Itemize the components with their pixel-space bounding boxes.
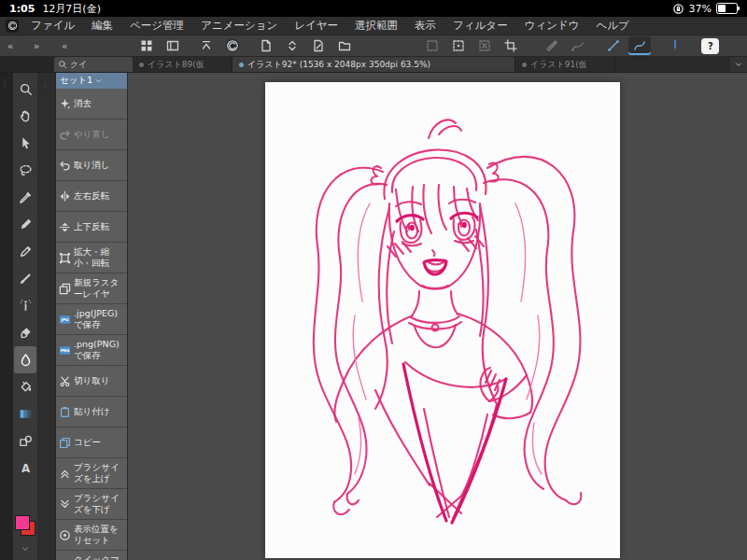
battery-percent: 37% — [689, 3, 712, 15]
menu-item-8[interactable]: ウィンドウ — [516, 19, 588, 33]
open-folder-button[interactable] — [333, 36, 356, 55]
workspace-switch-button[interactable] — [135, 36, 158, 55]
toolbar: « » « ? — [0, 35, 747, 57]
qa-command-save-as-png[interactable]: PNG.png(PNG)で保存 — [56, 335, 127, 366]
tool-fill[interactable] — [14, 373, 36, 400]
orientation-lock-icon — [672, 3, 684, 15]
qa-command-paste[interactable]: 貼り付け — [56, 397, 127, 427]
scroll-to-top-button[interactable] — [195, 36, 218, 55]
palette-dock-strip[interactable] — [0, 73, 13, 560]
tool-gradient[interactable] — [14, 400, 36, 427]
qa-command-flip-vertical[interactable]: 上下反転 — [56, 212, 127, 243]
help-button[interactable]: ? — [701, 38, 719, 54]
deselect-button[interactable] — [473, 36, 496, 55]
qa-command-brush-size-up[interactable]: ブラシサイズを上げ — [56, 458, 127, 489]
edit-page-button[interactable] — [307, 36, 330, 55]
select-move-button[interactable] — [447, 36, 470, 55]
ipad-status-bar: 1:05 12月7日(金) 37% — [0, 0, 747, 17]
select-area-button[interactable] — [421, 36, 444, 55]
gradient-icon — [19, 407, 33, 421]
menu-item-4[interactable]: レイヤー — [286, 19, 346, 33]
tab-label: イラスト92* (1536 x 2048px 350dpi 63.5%) — [247, 59, 430, 71]
tool-lasso[interactable] — [14, 157, 36, 184]
snap-to-special-ruler-button[interactable] — [567, 36, 589, 55]
curve-line-button[interactable] — [628, 36, 651, 55]
new-file-button[interactable] — [255, 36, 277, 55]
reorder-pages-button[interactable] — [281, 36, 303, 55]
show-palettes-button[interactable] — [162, 36, 184, 55]
tool-text[interactable]: A — [14, 455, 36, 482]
tab-list-dropdown[interactable] — [730, 57, 747, 72]
qa-command-new-raster-layer[interactable]: 新規ラスターレイヤ — [56, 273, 127, 304]
qa-command-save-as-jpg[interactable]: JPG.jpg(JPEG)で保存 — [56, 304, 127, 335]
qa-command-label: 貼り付け — [74, 406, 125, 417]
tool-hand[interactable] — [14, 103, 36, 130]
qa-command-copy[interactable]: コピー — [56, 427, 127, 458]
document-tab-1[interactable]: イラスト92* (1536 x 2048px 350dpi 63.5%) — [233, 57, 515, 72]
qa-command-brush-size-down[interactable]: ブラシサイズを下げ — [56, 489, 127, 520]
qa-command-label: ブラシサイズを下げ — [74, 493, 125, 514]
pen-pressure-button[interactable] — [664, 36, 686, 55]
expand-panel-button[interactable]: » — [26, 40, 47, 52]
qa-command-label: コピー — [74, 437, 125, 448]
color-swatches[interactable] — [15, 515, 35, 536]
menu-item-9[interactable]: ヘルプ — [588, 19, 638, 33]
qa-command-scale-rotate[interactable]: 拡大・縮小・回転 — [56, 243, 127, 273]
qa-command-flip-horizontal[interactable]: 左右反転 — [56, 181, 127, 212]
tool-brush[interactable] — [14, 265, 36, 292]
menu-item-2[interactable]: ページ管理 — [121, 19, 192, 33]
tool-pencil[interactable] — [14, 238, 36, 265]
menu-bar: ファイル編集ページ管理アニメーションレイヤー選択範囲表示フィルターウィンドウヘル… — [0, 17, 747, 35]
menu-item-1[interactable]: 編集 — [83, 19, 121, 33]
tool-pen[interactable] — [14, 211, 36, 238]
qa-command-quick-mask[interactable]: クイックマスクの実行 — [56, 551, 127, 560]
sparkle-icon — [59, 98, 71, 110]
brush-icon — [19, 272, 33, 286]
menu-item-3[interactable]: アニメーション — [192, 19, 286, 33]
snap-to-ruler-button[interactable] — [541, 36, 563, 55]
chevUp-icon — [200, 39, 213, 52]
redo-icon — [59, 129, 71, 141]
canvas-viewport[interactable] — [128, 73, 747, 560]
quick-access-set-selector[interactable]: セット1 — [56, 73, 127, 89]
tool-palette: A — [13, 73, 38, 560]
qa-command-erase[interactable]: 消去 — [56, 89, 127, 119]
quick-access-palette: セット1 消去やり直し取り消し左右反転上下反転拡大・縮小・回転新規ラスターレイヤ… — [56, 73, 128, 560]
tool-blend[interactable] — [14, 346, 36, 373]
marqueeDots-icon — [452, 39, 465, 52]
document-tab-0[interactable]: イラスト89(仮 — [133, 57, 233, 72]
canvas-paper[interactable] — [265, 82, 620, 558]
qa-command-reset-view-position[interactable]: 表示位置をリセット — [56, 520, 127, 551]
tool-figure[interactable] — [14, 427, 36, 455]
collapse-dock-button[interactable]: « — [0, 40, 21, 52]
document-tab-2[interactable]: イラスト91(仮 — [515, 57, 615, 72]
tab-indicator — [239, 63, 244, 67]
quick-access-panel-tab[interactable]: クイ — [54, 57, 133, 72]
zoom-icon — [19, 82, 33, 96]
menu-item-5[interactable]: 選択範囲 — [346, 19, 406, 33]
straight-line-button[interactable] — [602, 36, 625, 55]
menu-item-7[interactable]: フィルター — [444, 19, 516, 33]
menu-item-0[interactable]: ファイル — [22, 19, 83, 33]
app-logo-icon[interactable] — [6, 20, 19, 33]
tool-object[interactable] — [14, 130, 36, 157]
tool-eraser[interactable] — [14, 319, 36, 346]
crop-button[interactable] — [500, 36, 522, 55]
menu-item-6[interactable]: 表示 — [406, 19, 444, 33]
qa-command-undo[interactable]: 取り消し — [56, 150, 127, 181]
tool-airbrush[interactable] — [14, 292, 36, 319]
foreground-color-swatch[interactable] — [15, 515, 30, 530]
tab-indicator — [139, 63, 144, 67]
collapse-quick-access-button[interactable]: « — [54, 40, 75, 52]
main-area: A セット1 消去やり直し取り消し左右反転上下反転拡大・縮小・回転新規ラスターレ… — [0, 73, 747, 560]
tab-label: イラスト91(仮 — [530, 59, 587, 71]
tool-eyedropper[interactable] — [14, 184, 36, 211]
collapsed-subtool-strip[interactable] — [38, 73, 56, 560]
zoom-icon — [58, 60, 67, 69]
clip-studio-menu-button[interactable] — [221, 36, 244, 55]
qa-command-cut[interactable]: 切り取り — [56, 366, 127, 397]
tool-zoom[interactable] — [14, 76, 36, 103]
svg-text:A: A — [21, 462, 30, 475]
tool-palette-more-button[interactable] — [21, 539, 30, 557]
qa-command-redo[interactable]: やり直し — [56, 119, 127, 150]
